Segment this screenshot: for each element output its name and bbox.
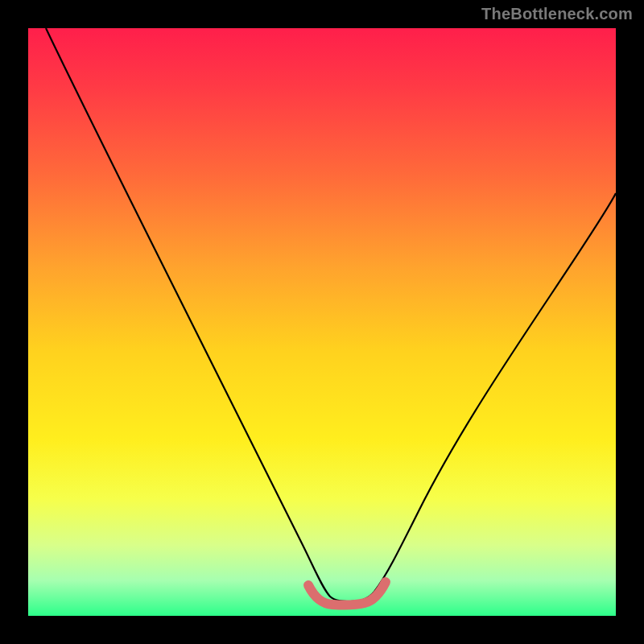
plot-area	[28, 28, 616, 616]
bottleneck-curve	[46, 28, 616, 601]
watermark-text: TheBottleneck.com	[481, 5, 633, 23]
chart-svg	[28, 28, 616, 616]
chart-container: TheBottleneck.com	[0, 0, 644, 644]
optimal-zone-marker	[308, 582, 386, 605]
